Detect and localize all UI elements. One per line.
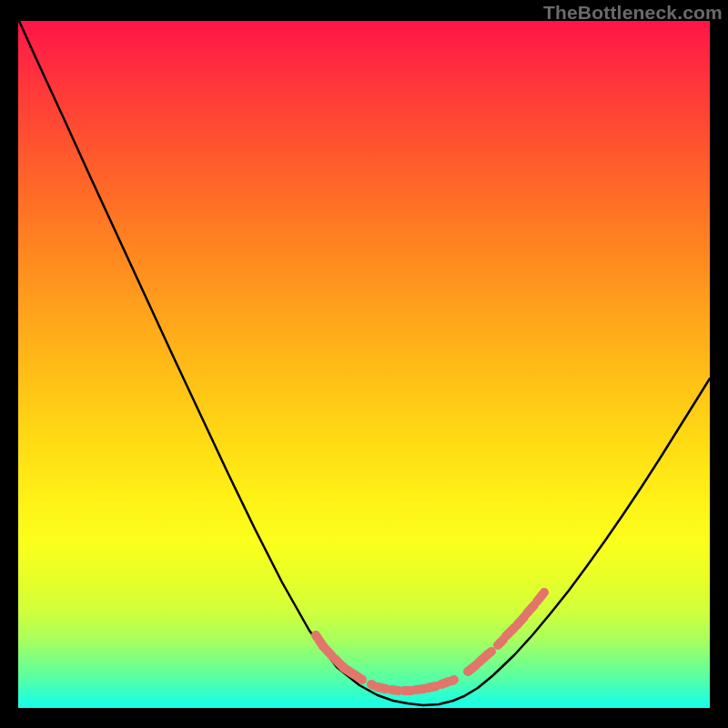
chart-container: TheBottleneck.com bbox=[0, 0, 728, 728]
red-band-segment bbox=[498, 640, 503, 645]
red-band-segment bbox=[354, 674, 362, 680]
red-band-group bbox=[316, 592, 544, 691]
chart-svg bbox=[18, 21, 710, 708]
watermark-text: TheBottleneck.com bbox=[543, 2, 723, 24]
red-band-segment bbox=[391, 690, 399, 691]
red-band-segment bbox=[441, 682, 449, 684]
plot-area bbox=[18, 21, 710, 708]
red-band-segment bbox=[428, 686, 436, 688]
red-band-segment bbox=[488, 652, 491, 654]
red-band-segment bbox=[537, 592, 544, 602]
red-band-segment bbox=[323, 646, 332, 656]
red-band-segment bbox=[527, 605, 534, 613]
red-band-segment bbox=[452, 680, 454, 681]
red-band-segment bbox=[517, 617, 524, 625]
red-band-segment bbox=[416, 689, 424, 690]
red-band-segment bbox=[378, 687, 386, 689]
red-band-segment bbox=[468, 665, 476, 672]
red-band-segment bbox=[371, 684, 373, 685]
red-band-segment bbox=[506, 628, 514, 636]
bottleneck-curve bbox=[19, 21, 710, 705]
